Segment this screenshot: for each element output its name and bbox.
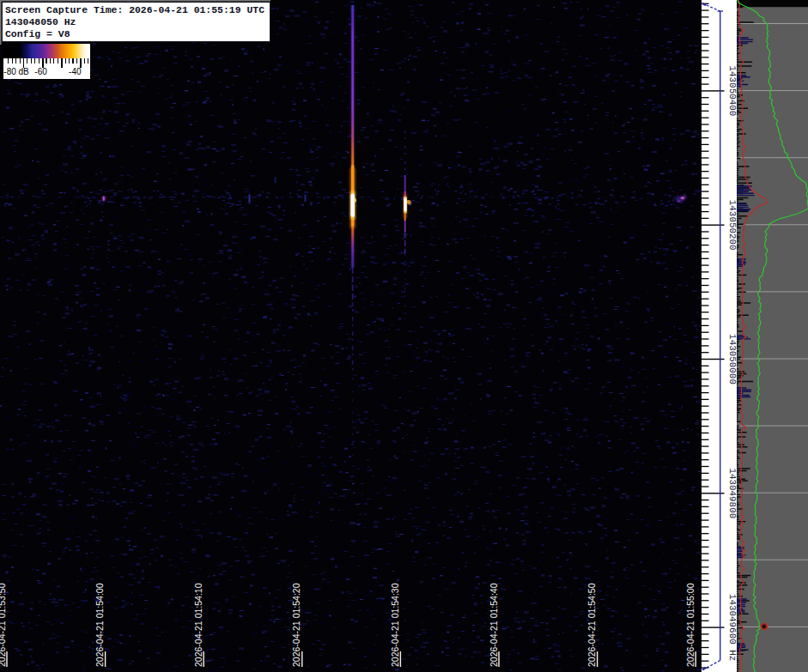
svg-text:143050400: 143050400 bbox=[727, 65, 738, 116]
svg-text:143050200: 143050200 bbox=[727, 200, 738, 251]
svg-text:2026-04-21 01:54:40: 2026-04-21 01:54:40 bbox=[489, 583, 499, 667]
svg-text:2026-04-21 01:54:00: 2026-04-21 01:54:00 bbox=[94, 583, 105, 667]
svg-text:2026-04-21 01:54:30: 2026-04-21 01:54:30 bbox=[390, 583, 400, 667]
svg-text:2026-04-21 01:54:10: 2026-04-21 01:54:10 bbox=[193, 583, 204, 667]
svg-text:2026-04-21 01:54:50: 2026-04-21 01:54:50 bbox=[586, 583, 597, 667]
svg-text:2026-04-21 01:55:00: 2026-04-21 01:55:00 bbox=[685, 583, 696, 667]
svg-text:143049800: 143049800 bbox=[727, 468, 738, 518]
svg-text:2026-04-21 01:54:20: 2026-04-21 01:54:20 bbox=[291, 583, 301, 667]
svg-text:143050000: 143050000 bbox=[727, 334, 738, 384]
svg-text:143049600 Hz: 143049600 Hz bbox=[727, 594, 738, 661]
svg-text:2026-04-21 01:53:50: 2026-04-21 01:53:50 bbox=[0, 583, 7, 667]
